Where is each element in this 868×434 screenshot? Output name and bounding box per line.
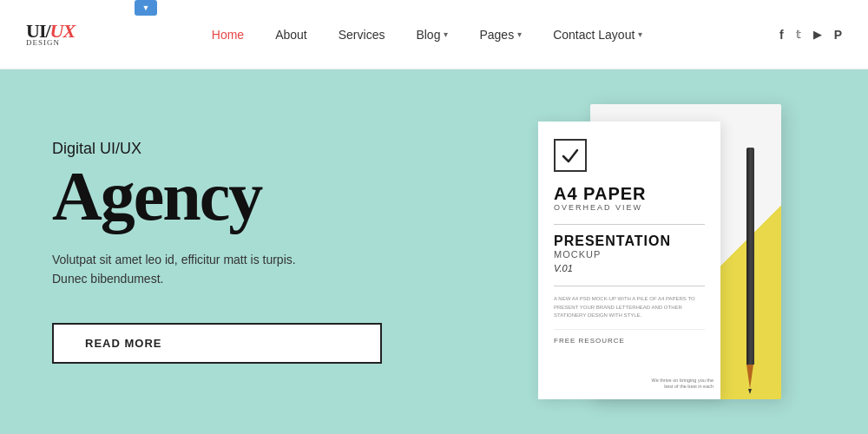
- paper-divider: [554, 224, 705, 225]
- logo: UI/UX DESIGN: [26, 21, 75, 47]
- checkbox-icon: [554, 139, 587, 172]
- facebook-icon[interactable]: f: [779, 28, 784, 42]
- chevron-down-icon: ▾: [517, 0, 522, 69]
- pencil: [745, 148, 755, 391]
- nav-item-home[interactable]: Home: [196, 0, 260, 69]
- chevron-down-icon: ▾: [638, 0, 642, 69]
- hero-section: Digital UI/UX Agency Volutpat sit amet l…: [0, 69, 868, 434]
- pencil-body: [746, 148, 754, 365]
- nav-link-pages[interactable]: Pages ▾: [464, 0, 537, 69]
- nav-item-about[interactable]: About: [260, 0, 323, 69]
- nav-link-home[interactable]: Home: [196, 0, 260, 69]
- mockup-section2: MOCKUP: [554, 249, 705, 260]
- nav-item-blog[interactable]: Blog ▾: [400, 0, 464, 69]
- pencil-tip: [746, 365, 753, 389]
- mockup-subtitle: OVERHEAD VIEW: [554, 203, 705, 212]
- mockup-free-label: FREE RESOURCE: [554, 329, 705, 345]
- mockup-body-text: A NEW A4 PSD MOCK-UP WITH A PILE OF A4 P…: [554, 295, 705, 320]
- nav-link-blog[interactable]: Blog ▾: [400, 0, 464, 69]
- dropdown-badge[interactable]: [135, 0, 157, 16]
- mockup-tagline: We thrive on bringing you the best of th…: [644, 378, 713, 391]
- social-icons: f 𝕥 ▶ P: [779, 28, 842, 42]
- nav-item-pages[interactable]: Pages ▾: [464, 0, 537, 69]
- paper-front: A4 PAPER OVERHEAD VIEW PRESENTATION MOCK…: [538, 122, 720, 399]
- nav-links: Home About Services Blog ▾ Pages ▾ Conta…: [196, 0, 659, 69]
- hero-title: Agency: [52, 163, 382, 229]
- hero-subtitle: Digital UI/UX: [52, 140, 382, 158]
- nav-link-services[interactable]: Services: [323, 0, 401, 69]
- pencil-point: [748, 389, 752, 394]
- nav-link-about[interactable]: About: [260, 0, 323, 69]
- paper-divider-2: [554, 286, 705, 286]
- mockup-version: V.01: [554, 263, 705, 273]
- paper-mockup: A4 PAPER OVERHEAD VIEW PRESENTATION MOCK…: [538, 104, 764, 417]
- chevron-down-icon: ▾: [444, 0, 448, 69]
- navbar: UI/UX DESIGN Home About Services Blog ▾ …: [0, 0, 868, 69]
- hero-left: Digital UI/UX Agency Volutpat sit amet l…: [0, 69, 434, 434]
- nav-link-contact[interactable]: Contact Layout ▾: [537, 0, 658, 69]
- mockup-title: A4 PAPER: [554, 184, 705, 203]
- twitter-icon[interactable]: 𝕥: [796, 28, 801, 41]
- hero-description: Volutpat sit amet leo id, efficitur matt…: [52, 250, 312, 289]
- read-more-button[interactable]: Read More: [52, 323, 382, 364]
- nav-item-services[interactable]: Services: [323, 0, 401, 69]
- youtube-icon[interactable]: ▶: [813, 28, 822, 41]
- hero-right: A4 PAPER OVERHEAD VIEW PRESENTATION MOCK…: [434, 69, 868, 434]
- nav-item-contact[interactable]: Contact Layout ▾: [537, 0, 658, 69]
- pinterest-icon[interactable]: P: [834, 28, 842, 42]
- mockup-section1: PRESENTATION: [554, 233, 705, 249]
